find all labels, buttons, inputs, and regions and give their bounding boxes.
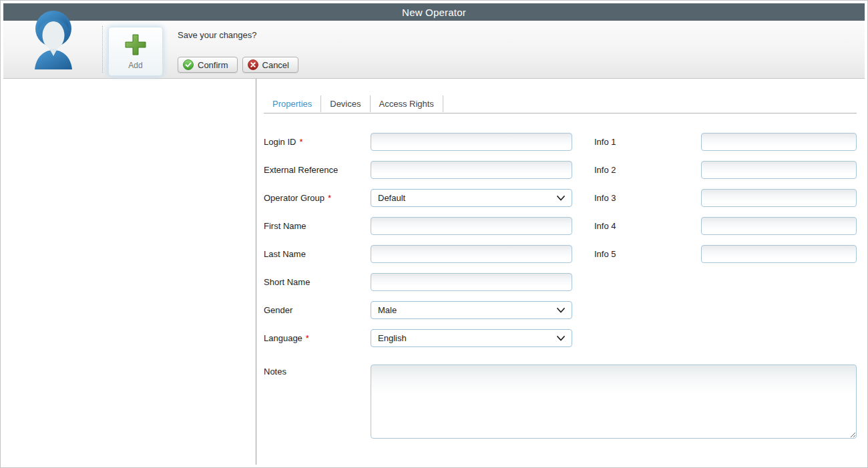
external-reference-input[interactable] [371, 161, 572, 179]
window-title: New Operator [402, 7, 466, 18]
required-asterisk: * [306, 333, 309, 343]
info-2-input[interactable] [701, 161, 857, 179]
info-1-input[interactable] [701, 133, 857, 151]
info-2-label: Info 2 [594, 161, 616, 179]
window-title-bar: New Operator [3, 3, 865, 21]
operator-group-label: Operator Group* [264, 189, 331, 207]
tab-access-rights[interactable]: Access Rights [371, 95, 443, 112]
form-row: Operator Group* Default Info 3 [256, 189, 865, 207]
tab-underline [264, 113, 857, 113]
new-operator-window: New Operator [0, 0, 868, 468]
login-id-label: Login ID* [264, 133, 302, 151]
operator-group-select[interactable]: Default [371, 189, 572, 207]
tab-devices[interactable]: Devices [321, 95, 370, 112]
add-button-label: Add [128, 61, 142, 70]
login-id-input[interactable] [371, 133, 572, 151]
form-row: First Name Info 4 [256, 217, 865, 235]
last-name-input[interactable] [371, 245, 572, 263]
add-button[interactable]: Add [108, 27, 163, 76]
form-row: Login ID* Info 1 [256, 133, 865, 151]
form-row: Language* English [256, 329, 865, 347]
form-row: External Reference Info 2 [256, 161, 865, 179]
language-label: Language* [264, 329, 309, 347]
form-content: Properties Devices Access Rights Login I… [256, 79, 865, 465]
info-4-input[interactable] [701, 217, 857, 235]
chevron-down-icon [557, 308, 565, 313]
short-name-input[interactable] [371, 273, 572, 291]
cancel-button-label: Cancel [262, 60, 289, 70]
chevron-down-icon [557, 336, 565, 341]
short-name-label: Short Name [264, 273, 313, 291]
gender-select[interactable]: Male [371, 301, 572, 319]
select-value: English [378, 333, 557, 343]
first-name-label: First Name [264, 217, 310, 235]
confirm-button[interactable]: Confirm [178, 57, 238, 73]
select-value: Male [378, 305, 557, 315]
form-row: Short Name [256, 273, 865, 291]
external-reference-label: External Reference [264, 161, 341, 179]
last-name-label: Last Name [264, 245, 309, 263]
select-value: Default [378, 193, 557, 203]
toolbar-buttons: Confirm Cancel [178, 57, 298, 73]
required-asterisk: * [299, 137, 302, 147]
plus-icon [124, 33, 147, 56]
form-row: Gender Male [256, 301, 865, 319]
toolbar: Add Save your changes? Confirm [3, 21, 865, 79]
chevron-down-icon [557, 196, 565, 201]
operator-avatar-icon [30, 7, 77, 71]
info-3-input[interactable] [701, 189, 857, 207]
left-pane [3, 79, 256, 465]
required-asterisk: * [328, 193, 331, 203]
main-area: Properties Devices Access Rights Login I… [3, 79, 865, 465]
notes-textarea[interactable] [371, 365, 857, 439]
info-5-input[interactable] [701, 245, 857, 263]
info-4-label: Info 4 [594, 217, 616, 235]
tab-bar: Properties Devices Access Rights [264, 95, 443, 112]
info-3-label: Info 3 [594, 189, 616, 207]
x-circle-icon [248, 59, 258, 70]
save-prompt: Save your changes? [178, 29, 257, 41]
gender-label: Gender [264, 301, 296, 319]
info-5-label: Info 5 [594, 245, 616, 263]
first-name-input[interactable] [371, 217, 572, 235]
toolbar-separator [102, 26, 103, 73]
tab-properties[interactable]: Properties [264, 95, 321, 112]
cancel-button[interactable]: Cancel [242, 57, 298, 73]
form-row: Last Name Info 5 [256, 245, 865, 263]
check-circle-icon [183, 59, 194, 70]
notes-label: Notes [264, 367, 286, 377]
language-select[interactable]: English [371, 329, 572, 347]
save-prompt-text: Save your changes? [178, 30, 257, 40]
info-1-label: Info 1 [594, 133, 616, 151]
confirm-button-label: Confirm [198, 60, 228, 70]
